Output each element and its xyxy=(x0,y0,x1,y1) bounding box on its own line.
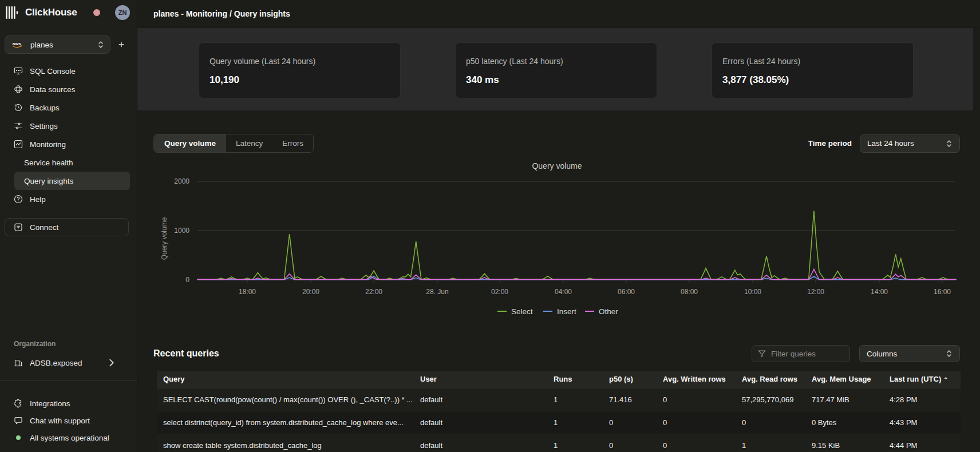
svg-text:12:00: 12:00 xyxy=(807,288,824,296)
svg-text:18:00: 18:00 xyxy=(239,288,256,296)
svg-text:08:00: 08:00 xyxy=(681,288,698,296)
svg-text:Query volume: Query volume xyxy=(160,217,168,260)
svg-text:1000: 1000 xyxy=(174,227,189,235)
svg-text:20:00: 20:00 xyxy=(302,288,319,296)
svg-text:aws: aws xyxy=(13,41,21,46)
svg-text:Insert: Insert xyxy=(557,307,576,316)
svg-text:14:00: 14:00 xyxy=(871,288,888,296)
svg-text:02:00: 02:00 xyxy=(491,288,508,296)
svg-text:28. Jun: 28. Jun xyxy=(426,288,448,296)
svg-text:16:00: 16:00 xyxy=(934,288,951,296)
svg-text:04:00: 04:00 xyxy=(555,288,572,296)
svg-text:Select: Select xyxy=(511,307,533,316)
svg-text:0: 0 xyxy=(185,276,189,284)
svg-text:10:00: 10:00 xyxy=(744,288,761,296)
svg-text:2000: 2000 xyxy=(174,177,189,185)
svg-text:06:00: 06:00 xyxy=(618,288,635,296)
svg-text:Other: Other xyxy=(599,307,618,316)
svg-text:Query volume: Query volume xyxy=(532,161,582,171)
svg-text:22:00: 22:00 xyxy=(365,288,382,296)
